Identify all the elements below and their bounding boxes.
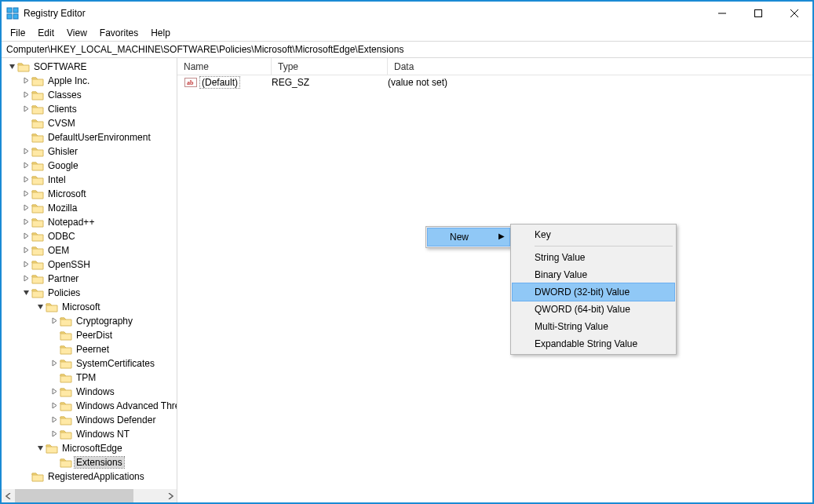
collapse-icon[interactable]: [20, 288, 31, 298]
submenu-arrow-icon: ▶: [498, 232, 505, 240]
expand-icon[interactable]: [20, 217, 31, 227]
tree-item[interactable]: Microsoft: [3, 187, 177, 201]
menu-separator: [535, 246, 673, 247]
folder-icon: [31, 259, 44, 270]
tree[interactable]: SOFTWAREApple Inc.ClassesClientsCVSMDefa…: [2, 58, 177, 485]
list-row[interactable]: ab (Default) REG_SZ (value not set): [177, 75, 812, 89]
scroll-thumb[interactable]: [15, 489, 133, 502]
menu-file[interactable]: File: [5, 26, 31, 40]
window-title: Registry Editor: [24, 8, 86, 19]
tree-item[interactable]: RegisteredApplications: [3, 469, 177, 484]
tree-item[interactable]: Partner: [3, 272, 177, 286]
tree-item[interactable]: Microsoft: [3, 300, 177, 314]
tree-item[interactable]: PeerDist: [3, 328, 177, 342]
context-subitem[interactable]: DWORD (32-bit) Value: [513, 283, 674, 301]
tree-item-label: OpenSSH: [46, 259, 92, 270]
expand-icon[interactable]: [20, 246, 31, 255]
context-item-new[interactable]: New ▶: [428, 228, 509, 246]
expand-icon[interactable]: [49, 415, 60, 425]
context-subitem[interactable]: Multi-String Value: [513, 318, 674, 335]
tree-item[interactable]: SystemCertificates: [3, 356, 177, 371]
tree-item[interactable]: Peernet: [3, 342, 177, 356]
expand-icon[interactable]: [20, 203, 31, 213]
tree-item-label: PeerDist: [75, 330, 114, 341]
address-bar[interactable]: Computer\HKEY_LOCAL_MACHINE\SOFTWARE\Pol…: [2, 41, 812, 58]
expand-icon[interactable]: [20, 161, 31, 170]
context-subitem-label: Expandable String Value: [535, 338, 637, 349]
column-data[interactable]: Data: [388, 58, 812, 75]
expand-icon[interactable]: [20, 104, 31, 114]
expand-icon[interactable]: [49, 429, 60, 439]
collapse-icon[interactable]: [35, 302, 46, 312]
scroll-right-icon[interactable]: [163, 489, 177, 502]
tree-item[interactable]: Apple Inc.: [3, 74, 177, 88]
column-name[interactable]: Name: [177, 58, 272, 75]
expand-icon[interactable]: [20, 232, 31, 241]
collapse-icon[interactable]: [35, 444, 46, 453]
value-type: REG_SZ: [268, 77, 384, 88]
tree-item[interactable]: Windows: [3, 385, 177, 399]
menu-help[interactable]: Help: [145, 26, 176, 40]
tree-item[interactable]: Google: [3, 159, 177, 173]
tree-item[interactable]: Policies: [3, 286, 177, 300]
expand-icon[interactable]: [49, 316, 60, 326]
scroll-left-icon[interactable]: [2, 489, 15, 502]
tree-hscrollbar[interactable]: [2, 489, 177, 502]
tree-item[interactable]: MicrosoftEdge: [3, 441, 177, 455]
tree-item[interactable]: Classes: [3, 88, 177, 102]
close-button[interactable]: [776, 2, 812, 25]
tree-item[interactable]: CVSM: [3, 116, 177, 130]
expand-icon[interactable]: [20, 260, 31, 269]
svg-text:ab: ab: [187, 79, 194, 86]
tree-item[interactable]: ODBC: [3, 229, 177, 243]
expand-icon[interactable]: [20, 147, 31, 156]
tree-item[interactable]: Ghisler: [3, 144, 177, 159]
tree-item[interactable]: Extensions: [3, 455, 177, 469]
folder-icon: [60, 372, 72, 383]
minimize-button[interactable]: [704, 2, 740, 25]
context-subitem[interactable]: Expandable String Value: [513, 335, 674, 352]
tree-item[interactable]: OEM: [3, 243, 177, 257]
tree-item[interactable]: OpenSSH: [3, 257, 177, 272]
folder-icon: [31, 203, 44, 214]
tree-item[interactable]: Notepad++: [3, 215, 177, 229]
expand-icon[interactable]: [49, 387, 60, 396]
context-subitem[interactable]: QWORD (64-bit) Value: [513, 301, 674, 318]
body: SOFTWAREApple Inc.ClassesClientsCVSMDefa…: [2, 58, 812, 502]
tree-item[interactable]: Windows NT: [3, 427, 177, 441]
expand-icon[interactable]: [49, 359, 60, 368]
tree-item[interactable]: Windows Defender: [3, 413, 177, 427]
folder-icon: [60, 344, 72, 355]
tree-item[interactable]: Clients: [3, 102, 177, 116]
tree-item[interactable]: Cryptography: [3, 314, 177, 328]
tree-item[interactable]: DefaultUserEnvironment: [3, 130, 177, 144]
collapse-icon[interactable]: [6, 62, 17, 71]
tree-item[interactable]: TPM: [3, 371, 177, 385]
tree-item[interactable]: Windows Advanced Threat Protection: [3, 399, 177, 413]
context-subitem[interactable]: String Value: [513, 249, 674, 266]
tree-item[interactable]: SOFTWARE: [3, 60, 177, 74]
menu-edit[interactable]: Edit: [32, 26, 60, 40]
folder-icon: [31, 89, 44, 100]
expand-icon[interactable]: [20, 175, 31, 184]
value-name: (Default): [199, 76, 240, 89]
tree-item-label: Ghisler: [46, 146, 79, 157]
context-subitem[interactable]: Key: [513, 226, 674, 243]
tree-item-label: TPM: [75, 372, 97, 383]
expand-icon[interactable]: [20, 189, 31, 199]
expand-icon[interactable]: [20, 90, 31, 100]
expand-icon[interactable]: [49, 401, 60, 411]
folder-icon: [31, 174, 44, 185]
menu-favorites[interactable]: Favorites: [94, 26, 144, 40]
menu-view[interactable]: View: [61, 26, 93, 40]
svg-rect-3: [13, 14, 18, 19]
tree-item-label: Windows Advanced Threat Protection: [75, 400, 177, 411]
tree-item[interactable]: Mozilla: [3, 201, 177, 215]
expand-icon[interactable]: [20, 76, 31, 86]
maximize-button[interactable]: [740, 2, 776, 25]
expand-icon[interactable]: [20, 274, 31, 283]
tree-item[interactable]: Intel: [3, 173, 177, 187]
column-type[interactable]: Type: [272, 58, 388, 75]
context-subitem[interactable]: Binary Value: [513, 266, 674, 283]
folder-icon: [31, 146, 44, 157]
